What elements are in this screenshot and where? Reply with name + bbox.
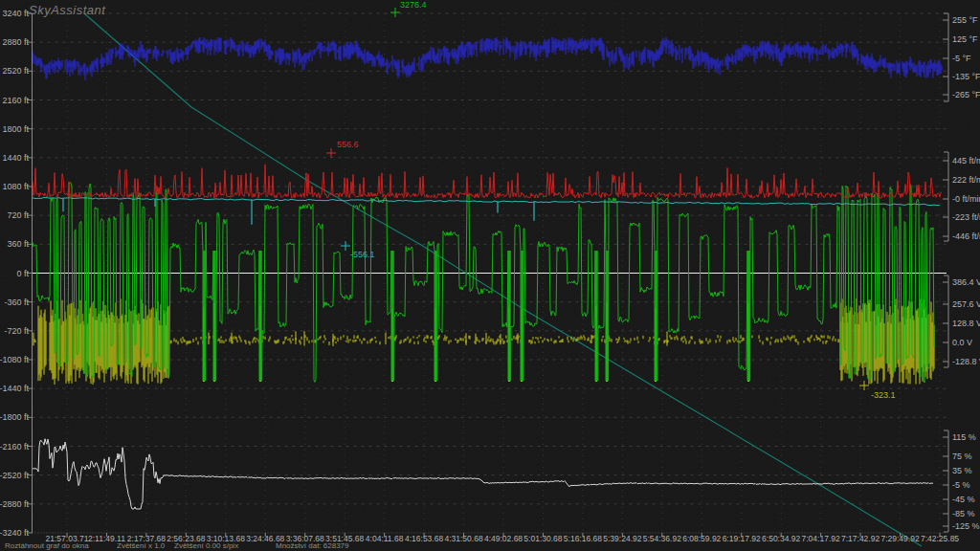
voltage-tick-label: 386.4 V (952, 277, 980, 287)
vario-tick-label: -446 ft/min (952, 231, 980, 241)
temperature-tick-label: -135 °F (952, 72, 980, 81)
percent-tick-label: 75 % (952, 452, 972, 461)
background-noise (0, 0, 980, 551)
status-data-count: Množství dat: 628379 (276, 541, 349, 550)
percent-tick-label: -125 % (952, 521, 980, 531)
status-fit-graph-to-window[interactable]: Roztáhnout graf do okna (5, 541, 89, 550)
percent-tick-label: -5 % (952, 480, 970, 490)
percent-tick-label: 115 % (952, 432, 976, 442)
altitude-tick-label: 2160 ft (2, 96, 29, 105)
vario-tick-label: -223 ft/min (952, 212, 980, 222)
vario-tick-label: -0 ft/min (952, 194, 980, 204)
voltage-tick-label: -128.8 V (952, 357, 980, 366)
cursor-marker-value: 3276.4 (400, 0, 427, 10)
altitude-tick-label: 1440 ft (2, 153, 29, 163)
cursor-marker-value: -556.1 (350, 250, 375, 259)
altitude-tick-label: 360 ft (7, 239, 29, 249)
voltage-tick-label: 0.0 V (952, 338, 972, 347)
altitude-tick-label: -2160 ft (0, 442, 29, 452)
percent-tick-label: -85 % (952, 509, 975, 518)
vario-tick-label: 222 ft/min (952, 175, 980, 185)
temperature-tick-label: 255 °F (952, 15, 978, 25)
percent-tick-label: 35 % (952, 466, 972, 475)
altitude-tick-label: -720 ft (4, 326, 29, 336)
voltage-tick-label: 257.6 V (952, 299, 980, 309)
altitude-tick-label: -2880 ft (0, 499, 29, 509)
vario-tick-label: 445 ft/min (952, 156, 980, 165)
status-bar: Roztáhnout graf do okna Zvětšení x 1.0 Z… (0, 540, 980, 551)
cursor-marker-value: -323.1 (871, 390, 896, 400)
altitude-tick-label: -1080 ft (0, 355, 29, 364)
temperature-tick-label: 125 °F (952, 34, 978, 44)
voltage-tick-label: 128.8 V (952, 319, 980, 328)
skyassistant-window: 3240 ft2880 ft2520 ft2160 ft1800 ft1440 … (0, 0, 980, 551)
altitude-tick-label: -3240 ft (0, 528, 29, 538)
status-zoom-resolution: Zvětšení 0.00 s/pix (174, 541, 238, 550)
percent-tick-label: -45 % (952, 495, 975, 504)
altitude-tick-label: 720 ft (7, 210, 29, 220)
altitude-tick-label: -2520 ft (0, 471, 29, 480)
altitude-tick-label: 0 ft (16, 269, 29, 278)
altitude-tick-label: -1800 ft (0, 412, 29, 422)
temperature-tick-label: -265 °F (952, 90, 980, 99)
altitude-tick-label: -360 ft (4, 298, 29, 307)
flight-log-chart[interactable]: 3240 ft2880 ft2520 ft2160 ft1800 ft1440 … (0, 0, 980, 551)
status-zoom-factor: Zvětšení x 1.0 (117, 541, 165, 550)
altitude-tick-label: 3240 ft (2, 9, 29, 18)
altitude-tick-label: 1800 ft (2, 124, 29, 134)
cursor-marker-value: 556.6 (337, 140, 359, 149)
app-title: SkyAssistant (29, 3, 105, 17)
altitude-tick-label: 2880 ft (2, 37, 29, 47)
temperature-tick-label: -5 °F (952, 54, 971, 63)
altitude-tick-label: 2520 ft (2, 66, 29, 76)
altitude-tick-label: -1440 ft (0, 384, 29, 393)
altitude-tick-label: 1080 ft (2, 182, 29, 191)
